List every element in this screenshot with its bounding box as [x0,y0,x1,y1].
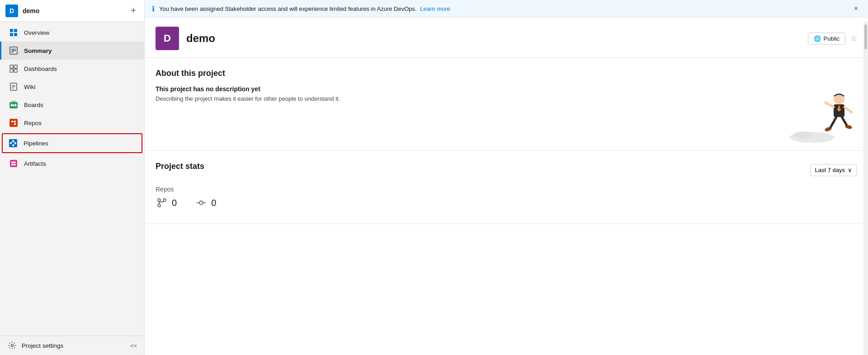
svg-point-39 [794,131,812,139]
sidebar-footer-settings[interactable]: Project settings << [0,336,144,355]
boards-icon [9,100,19,110]
stakeholder-banner: ℹ You have been assigned Stakeholder acc… [145,0,868,18]
sidebar-project-name: demo [23,7,128,14]
svg-point-37 [11,345,14,347]
svg-rect-1 [14,29,17,32]
star-button[interactable]: ☆ [850,33,857,43]
svg-rect-10 [10,69,13,72]
svg-rect-19 [13,104,14,106]
svg-point-51 [163,199,166,201]
wiki-icon [9,82,19,92]
sidebar-item-artifacts[interactable]: Artifacts [0,154,144,173]
visibility-button[interactable]: 🌐 Public [808,33,845,45]
sidebar-item-dashboards[interactable]: Dashboards [0,60,144,78]
sidebar: D demo + Overview [0,0,145,355]
sidebar-item-repos[interactable]: Repos [0,114,144,132]
add-project-button[interactable]: + [128,5,139,17]
svg-point-49 [158,199,160,201]
running-figure-illustration [785,85,857,140]
stats-section: Project stats Last 7 days ∨ Repos [145,151,868,224]
project-title: demo [186,32,808,45]
repos-stats-label: Repos [156,186,857,193]
scrollbar-track [863,22,868,355]
no-description-title: This project has no description yet [156,85,776,93]
svg-rect-36 [11,164,16,165]
svg-point-53 [199,201,203,205]
globe-icon: 🌐 [814,35,821,42]
settings-icon [7,341,17,350]
sidebar-nav: Overview Summary [0,22,144,336]
project-header-actions: 🌐 Public ☆ [808,33,857,45]
stat-branches-value: 0 [172,198,177,208]
stats-header: Project stats Last 7 days ∨ [156,162,857,178]
svg-rect-34 [10,160,17,167]
svg-point-17 [11,104,13,107]
svg-rect-9 [14,65,17,68]
main-scrollable-content: About this project This project has no d… [145,58,868,355]
about-section-title: About this project [156,69,857,78]
filter-label: Last 7 days [815,167,845,173]
collapse-icon[interactable]: << [130,342,137,349]
overview-icon [9,28,19,37]
learn-more-link[interactable]: Learn more [420,5,450,12]
svg-rect-20 [9,119,18,127]
summary-icon [9,46,19,56]
svg-rect-3 [14,33,17,36]
sidebar-item-wiki[interactable]: Wiki [0,78,144,96]
info-icon: ℹ [152,5,155,13]
no-description-text: Describing the project makes it easier f… [156,95,776,102]
stats-row: 0 0 [156,196,857,209]
about-section: About this project This project has no d… [145,58,868,151]
svg-line-45 [830,117,836,128]
project-logo: D [5,5,18,17]
sidebar-item-pipelines[interactable]: Pipelines [2,133,142,153]
stats-filter-button[interactable]: Last 7 days ∨ [810,164,858,176]
sidebar-item-artifacts-label: Artifacts [24,160,46,167]
svg-rect-8 [10,65,13,68]
stats-title: Project stats [156,162,204,171]
sidebar-item-overview-label: Overview [24,29,49,36]
banner-text: You have been assigned Stakeholder acces… [159,5,851,12]
chevron-down-icon: ∨ [848,167,852,173]
svg-line-46 [842,117,847,126]
sidebar-item-dashboards-label: Dashboards [24,65,57,72]
sidebar-header: D demo + [0,0,144,22]
sidebar-item-summary-label: Summary [24,47,52,54]
sidebar-item-boards-label: Boards [24,102,43,108]
svg-rect-35 [11,162,16,163]
sidebar-item-repos-label: Repos [24,120,42,126]
project-header: D demo 🌐 Public ☆ [145,18,868,58]
project-settings-label: Project settings [22,342,63,349]
sidebar-item-summary[interactable]: Summary [0,42,144,60]
svg-point-18 [14,104,17,107]
svg-rect-11 [14,69,17,72]
artifacts-icon [9,159,19,168]
about-text: This project has no description yet Desc… [156,85,776,102]
svg-line-43 [826,103,834,107]
svg-rect-0 [10,29,13,32]
banner-close-button[interactable]: × [851,4,861,14]
about-content: This project has no description yet Desc… [156,85,857,140]
stat-item-branches: 0 [156,196,177,209]
svg-point-50 [158,204,160,207]
pipelines-icon [8,138,18,148]
svg-rect-2 [10,33,13,36]
sidebar-item-overview[interactable]: Overview [0,23,144,42]
sidebar-item-pipelines-label: Pipelines [24,140,48,147]
stat-item-commits: 0 [195,196,216,209]
dashboards-icon [9,64,19,74]
svg-line-44 [844,107,852,112]
commit-icon [195,196,208,209]
stat-commits-value: 0 [211,198,216,208]
repos-icon [9,118,19,128]
visibility-label: Public [824,35,840,42]
scrollbar-thumb[interactable] [864,24,867,49]
branch-icon [156,196,168,209]
main-panel: ℹ You have been assigned Stakeholder acc… [145,0,868,355]
sidebar-item-wiki-label: Wiki [24,84,36,90]
project-avatar: D [156,27,179,50]
sidebar-item-boards[interactable]: Boards [0,96,144,114]
repos-stats: Repos 0 [156,186,857,209]
